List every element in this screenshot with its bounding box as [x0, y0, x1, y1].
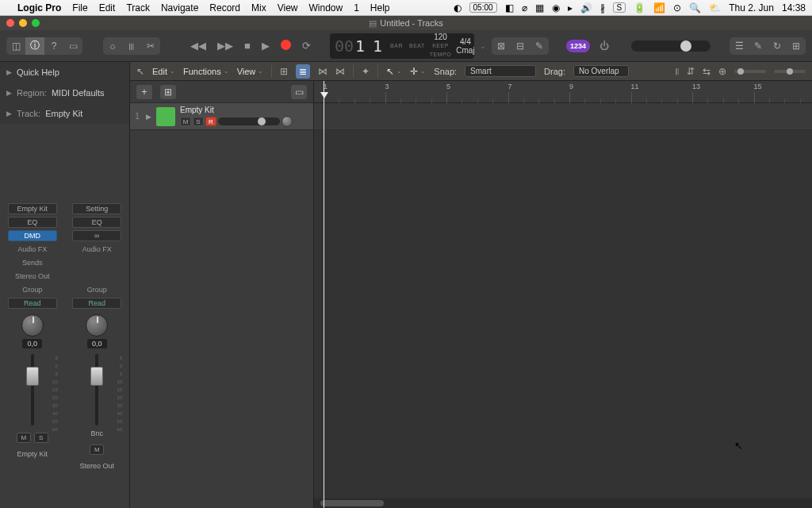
- track-disclosure[interactable]: ▶ Track: Empty Kit: [0, 103, 129, 124]
- bar-ruler[interactable]: 1357911131517: [314, 81, 812, 103]
- zoom-slider[interactable]: [734, 70, 766, 73]
- mute-button[interactable]: M: [17, 433, 31, 443]
- notes-button[interactable]: ✎: [749, 37, 768, 55]
- quickhelp-disclosure[interactable]: ▶ Quick Help: [0, 62, 129, 83]
- cycle-button[interactable]: ⟳: [302, 40, 311, 52]
- lcd-menu-icon[interactable]: ⌄: [480, 42, 486, 50]
- automation-view-button[interactable]: ≣: [296, 64, 310, 79]
- track-lane[interactable]: [314, 103, 812, 130]
- lcd-sig[interactable]: 4/4: [456, 37, 474, 46]
- edit-menu[interactable]: Edit: [152, 67, 175, 76]
- pan-value[interactable]: 0,0: [22, 339, 42, 348]
- status-icon[interactable]: ▦: [535, 2, 544, 13]
- track-volume-slider[interactable]: [218, 117, 280, 125]
- count-in-button[interactable]: 1234: [566, 40, 590, 52]
- menu-mix[interactable]: Mix: [251, 2, 266, 13]
- volume-icon[interactable]: 🔊: [580, 2, 592, 13]
- browser-button[interactable]: ⊞: [787, 37, 806, 55]
- battery-icon[interactable]: 🔋: [634, 2, 645, 13]
- stop-button[interactable]: ■: [244, 40, 251, 52]
- menu-help[interactable]: Help: [370, 2, 390, 13]
- pointer-tool[interactable]: ↖: [386, 66, 402, 77]
- waveform-zoom-button[interactable]: ⫴: [675, 66, 679, 77]
- alt-tool[interactable]: ✛: [410, 66, 426, 77]
- group-slot[interactable]: Group: [8, 284, 57, 295]
- flex-button[interactable]: ⋈: [318, 66, 327, 77]
- horizontal-scrollbar[interactable]: [314, 498, 812, 508]
- add-track-button[interactable]: +: [136, 85, 152, 99]
- playhead-line[interactable]: [324, 81, 324, 508]
- zoom-slider[interactable]: [774, 70, 806, 73]
- play-button[interactable]: ▶: [262, 40, 270, 52]
- app-name[interactable]: Logic Pro: [17, 2, 61, 13]
- metronome-button[interactable]: ⏻: [595, 37, 614, 55]
- record-button[interactable]: [281, 40, 291, 50]
- track-pan-knob[interactable]: [282, 116, 293, 127]
- status-icon[interactable]: ◉: [552, 2, 560, 13]
- close-icon[interactable]: [6, 19, 14, 27]
- session-time[interactable]: 05:00: [469, 2, 497, 13]
- bluetooth-icon[interactable]: ∦: [600, 2, 605, 13]
- back-button[interactable]: ↖: [136, 66, 144, 77]
- audiofx-slot[interactable]: Audio FX: [72, 244, 121, 255]
- zoom-icon[interactable]: [32, 19, 40, 27]
- output-slot[interactable]: Stereo Out: [8, 271, 57, 282]
- autopunch-button[interactable]: ⊟: [511, 37, 530, 55]
- horizontal-zoom-button[interactable]: ⇆: [703, 66, 710, 77]
- menu-view[interactable]: View: [278, 2, 298, 13]
- snap-select[interactable]: Smart: [465, 65, 536, 77]
- solo-button[interactable]: S: [34, 433, 48, 443]
- volume-fader[interactable]: 6 0 5 10 15 20 30 40 50 60: [18, 354, 47, 425]
- status-icon[interactable]: ▸: [568, 2, 573, 13]
- arrange-area[interactable]: 1357911131517: [314, 81, 812, 508]
- list-editors-button[interactable]: ☰: [730, 37, 749, 55]
- library-button[interactable]: ◫: [6, 37, 25, 55]
- minimize-icon[interactable]: [19, 19, 27, 27]
- global-tracks-button[interactable]: ▭: [291, 85, 307, 99]
- instrument-slot[interactable]: ∞: [72, 230, 121, 241]
- display-mode-button[interactable]: ☼: [103, 37, 122, 55]
- loops-button[interactable]: ↻: [768, 37, 787, 55]
- midifx-button[interactable]: ⋈: [335, 66, 345, 77]
- track-header[interactable]: 1 ▶ Empty Kit M S R: [130, 103, 313, 130]
- pan-value[interactable]: 0,0: [87, 339, 107, 348]
- menu-file[interactable]: File: [72, 2, 87, 13]
- master-volume-slider[interactable]: [631, 40, 710, 52]
- lcd-key[interactable]: Cmaj: [456, 46, 474, 55]
- menu-record[interactable]: Record: [209, 2, 240, 13]
- scissors-button[interactable]: ✂: [141, 37, 160, 55]
- dnd-icon[interactable]: ◐: [454, 2, 462, 13]
- eq-slot[interactable]: EQ: [8, 217, 57, 228]
- lcd-beat[interactable]: 1: [373, 37, 382, 56]
- lcd-display[interactable]: 00 1 1 BAR BEAT 120 KEEP TEMPO 4/4 Cmaj …: [330, 33, 474, 59]
- lcd-tempo[interactable]: 120: [430, 33, 451, 41]
- mixer-button[interactable]: ⫼: [122, 37, 141, 55]
- status-s-icon[interactable]: S: [613, 2, 626, 13]
- pan-knob[interactable]: [21, 314, 44, 337]
- inspector-button[interactable]: ⓘ: [25, 37, 44, 55]
- grid-view-button[interactable]: ⊞: [280, 66, 288, 77]
- menu-track[interactable]: Track: [126, 2, 150, 13]
- search-icon[interactable]: 🔍: [689, 2, 701, 13]
- status-icon[interactable]: ⊙: [673, 2, 681, 13]
- pan-knob[interactable]: [86, 314, 108, 337]
- menu-edit[interactable]: Edit: [99, 2, 116, 13]
- chevron-right-icon[interactable]: ▶: [146, 113, 151, 121]
- zoom-button[interactable]: ⊕: [718, 66, 726, 77]
- duplicate-track-button[interactable]: ⊞: [160, 85, 176, 99]
- wifi-icon[interactable]: 📶: [653, 2, 665, 13]
- track-name[interactable]: Empty Kit: [180, 106, 310, 114]
- eq-slot[interactable]: EQ: [72, 217, 121, 228]
- bounce-button[interactable]: Bnc: [90, 429, 103, 437]
- track-mute-button[interactable]: M: [180, 117, 191, 126]
- instrument-slot[interactable]: DMD: [8, 230, 57, 241]
- status-icon[interactable]: ⛅: [709, 2, 721, 13]
- menu-navigate[interactable]: Navigate: [161, 2, 198, 13]
- menu-window[interactable]: Window: [308, 2, 343, 13]
- automation-slot[interactable]: Read: [8, 298, 57, 309]
- vertical-zoom-button[interactable]: ⇵: [687, 66, 695, 77]
- drag-select[interactable]: No Overlap: [573, 65, 629, 77]
- forward-button[interactable]: ▶▶: [217, 40, 233, 52]
- menu-1[interactable]: 1: [354, 2, 359, 13]
- lcd-bar[interactable]: 1: [355, 37, 365, 56]
